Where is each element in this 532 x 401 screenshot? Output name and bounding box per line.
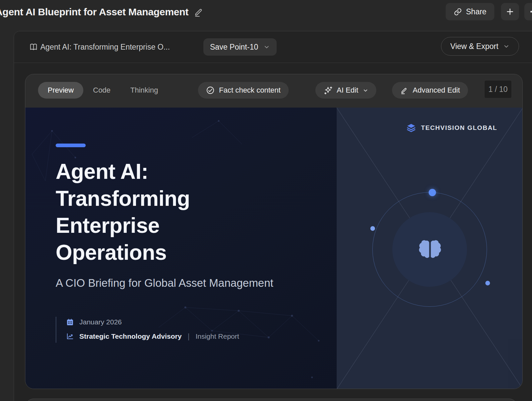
- meta-report-type: Insight Report: [196, 332, 239, 340]
- doc-title[interactable]: Agent AI: Transforming Enterprise O...: [40, 31, 170, 63]
- ai-edit-button[interactable]: AI Edit: [315, 82, 376, 99]
- brain-icon: [418, 237, 442, 261]
- slide-title-line-4: Operations: [56, 239, 190, 266]
- advanced-edit-label: Advanced Edit: [413, 86, 460, 95]
- check-circle-icon: [206, 86, 215, 95]
- page-indicator: 1 / 10: [485, 81, 511, 98]
- tab-code[interactable]: Code: [93, 82, 111, 99]
- next-slide-card[interactable]: [25, 399, 518, 401]
- brand-name: TECHVISION GLOBAL: [421, 124, 497, 132]
- slide-1: Agent AI: Transforming Enterprise Operat…: [25, 108, 523, 389]
- slide-left-panel: Agent AI: Transforming Enterprise Operat…: [25, 108, 337, 389]
- link-icon: [454, 8, 462, 16]
- meta-date: January 2026: [79, 318, 122, 326]
- advanced-edit-button[interactable]: Advanced Edit: [392, 82, 468, 99]
- save-point-label: Save Point-10: [210, 43, 258, 52]
- save-point-button[interactable]: Save Point-10: [203, 38, 277, 56]
- meta-advisory: Strategic Technology Advisory: [79, 332, 182, 340]
- orbit-dot-left: [370, 226, 375, 231]
- meta-advisory-row: Strategic Technology Advisory | Insight …: [66, 332, 239, 341]
- meta-divider: |: [187, 332, 190, 341]
- accent-bar: [56, 144, 86, 147]
- chevron-down-icon: [363, 88, 368, 93]
- tab-preview[interactable]: Preview: [38, 82, 83, 99]
- orbit-dot-bottom-right: [485, 281, 490, 285]
- slide-subtitle: A CIO Briefing for Global Asset Manageme…: [56, 277, 273, 289]
- plus-icon: [505, 7, 515, 16]
- ai-edit-label: AI Edit: [337, 86, 358, 95]
- view-export-button[interactable]: View & Export: [441, 37, 519, 56]
- add-button[interactable]: [501, 3, 519, 20]
- meta-date-row: January 2026: [66, 318, 239, 326]
- orbit-dot-top: [429, 189, 436, 196]
- share-button[interactable]: Share: [446, 3, 494, 20]
- brand-logo: TECHVISION GLOBAL: [406, 123, 497, 133]
- app-title: Agent AI Blueprint for Asset Management: [0, 6, 188, 18]
- document-header: Agent AI: Transforming Enterprise O... S…: [14, 31, 532, 63]
- ellipsis-icon: [530, 7, 532, 16]
- edit-title-icon[interactable]: [194, 7, 204, 17]
- more-button[interactable]: [524, 3, 532, 20]
- view-export-label: View & Export: [450, 42, 498, 51]
- chevron-down-icon: [503, 43, 510, 50]
- tab-preview-label: Preview: [48, 86, 74, 95]
- app-title-row: Agent AI Blueprint for Asset Management: [0, 0, 204, 24]
- calendar-icon: [66, 318, 74, 326]
- share-label: Share: [466, 7, 486, 16]
- slide-title-line-1: Agent AI:: [56, 158, 190, 185]
- tab-thinking[interactable]: Thinking: [130, 82, 158, 99]
- book-icon: [29, 43, 38, 52]
- fact-check-button[interactable]: Fact check content: [198, 82, 289, 99]
- slide-title-line-3: Enterprise: [56, 212, 190, 239]
- meta-block: January 2026 Strategic Technology Adviso…: [56, 317, 239, 343]
- tab-code-label: Code: [93, 86, 111, 94]
- preview-card: Preview Code Thinking Fact check content…: [25, 74, 523, 389]
- line-chart-icon: [66, 332, 74, 340]
- slide-title: Agent AI: Transforming Enterprise Operat…: [56, 158, 190, 266]
- pencil-underline-icon: [400, 86, 408, 95]
- slide-right-panel: TECHVISION GLOBAL: [337, 108, 523, 389]
- tab-thinking-label: Thinking: [130, 86, 158, 94]
- layers-icon: [406, 123, 416, 133]
- slide-title-line-2: Transforming: [56, 185, 190, 212]
- chevron-down-icon: [263, 44, 270, 50]
- sparkles-icon: [323, 86, 332, 95]
- fact-check-label: Fact check content: [219, 86, 281, 95]
